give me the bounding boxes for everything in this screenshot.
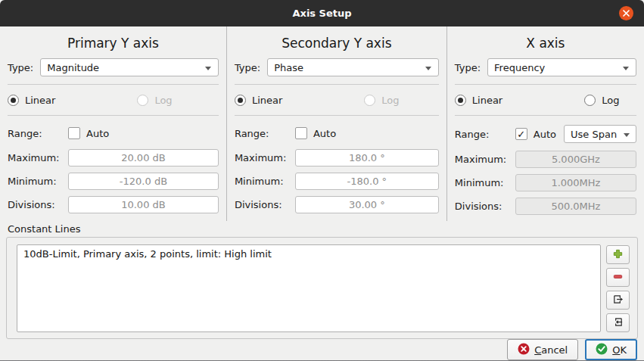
add-line-button[interactable]: [606, 245, 630, 264]
titlebar: Axis Setup: [0, 0, 644, 26]
radio-disabled-icon: [364, 95, 375, 106]
import-lines-button[interactable]: [606, 313, 630, 332]
secondary-y-axis-section: Secondary Y axis Type: Phase Linear Log: [227, 26, 447, 221]
x-maximum-value: 5.000GHz: [552, 154, 600, 165]
axis-setup-dialog: Axis Setup Primary Y axis Type: Magnitud…: [0, 0, 644, 361]
auto-label: Auto: [86, 128, 109, 139]
chevron-down-icon: [205, 67, 211, 70]
secondary-maximum-value: 180.0 °: [349, 152, 385, 163]
type-label: Type:: [455, 62, 481, 73]
radio-disabled-icon: [137, 95, 148, 106]
checkmark-icon: ✓: [517, 129, 525, 139]
cancel-button-label: Cancel: [534, 344, 568, 356]
primary-auto-checkbox[interactable]: [68, 127, 80, 139]
span-mode-value: Use Span: [571, 129, 617, 140]
ok-icon: [596, 343, 608, 357]
import-icon: [612, 316, 624, 330]
plus-icon: [612, 248, 624, 262]
axis-columns: Primary Y axis Type: Magnitude Linear Lo…: [0, 26, 644, 221]
maximum-label: Maximum:: [235, 152, 295, 163]
secondary-type-value: Phase: [274, 62, 303, 73]
cancel-icon: [518, 343, 530, 357]
x-minimum-input: 1.000MHz: [515, 174, 636, 191]
secondary-minimum-value: -180.0 °: [347, 176, 387, 187]
x-linear-radio[interactable]: Linear: [455, 95, 502, 106]
radio-unchecked-icon: [584, 95, 596, 106]
constant-lines-buttons: [602, 244, 633, 332]
secondary-divisions-input[interactable]: 30.00 °: [295, 196, 439, 213]
minimum-label: Minimum:: [235, 176, 295, 187]
primary-divisions-input[interactable]: 10.00 dB: [68, 196, 219, 213]
x-log-radio[interactable]: Log: [584, 95, 619, 106]
primary-minimum-value: -120.0 dB: [120, 176, 167, 187]
chevron-down-icon: [624, 133, 630, 137]
divisions-label: Divisions:: [455, 201, 515, 212]
primary-y-axis-header: Primary Y axis: [8, 36, 219, 51]
auto-label: Auto: [313, 128, 336, 139]
x-axis-header: X axis: [455, 36, 636, 51]
range-label: Range:: [235, 128, 295, 139]
minimum-label: Minimum:: [455, 177, 515, 188]
chevron-down-icon: [623, 67, 629, 70]
x-type-value: Frequency: [494, 62, 545, 73]
export-lines-button[interactable]: [606, 291, 630, 310]
primary-maximum-value: 20.00 dB: [121, 152, 166, 163]
x-auto-checkbox[interactable]: ✓: [515, 128, 527, 140]
radio-checked-icon: [455, 95, 466, 106]
close-button[interactable]: [619, 6, 633, 20]
cancel-button[interactable]: Cancel: [507, 339, 578, 360]
secondary-maximum-input[interactable]: 180.0 °: [295, 149, 439, 166]
x-axis-section: X axis Type: Frequency Linear Log: [447, 26, 644, 221]
x-maximum-input: 5.000GHz: [515, 151, 636, 168]
list-item[interactable]: 10dB-Limit, Primary axis, 2 points, limi…: [23, 248, 594, 260]
dialog-footer: Cancel OK: [0, 339, 644, 360]
ok-button[interactable]: OK: [585, 339, 637, 360]
log-label: Log: [602, 95, 619, 106]
linear-label: Linear: [252, 95, 282, 106]
secondary-y-axis-header: Secondary Y axis: [235, 36, 439, 51]
primary-minimum-input[interactable]: -120.0 dB: [68, 173, 219, 190]
secondary-divisions-value: 30.00 °: [349, 199, 385, 210]
primary-y-axis-section: Primary Y axis Type: Magnitude Linear Lo…: [0, 26, 227, 221]
primary-divisions-value: 10.00 dB: [121, 199, 166, 210]
linear-label: Linear: [25, 95, 55, 106]
remove-line-button[interactable]: [606, 268, 630, 287]
window-title: Axis Setup: [292, 8, 351, 19]
x-divisions-input: 500.0MHz: [515, 198, 636, 215]
x-divisions-value: 500.0MHz: [551, 201, 600, 212]
secondary-type-select[interactable]: Phase: [267, 58, 439, 76]
constant-lines-groupbox: 10dB-Limit, Primary axis, 2 points, limi…: [6, 237, 638, 339]
x-minimum-value: 1.000MHz: [551, 177, 600, 188]
primary-linear-radio[interactable]: Linear: [8, 95, 55, 106]
span-mode-select[interactable]: Use Span: [564, 125, 636, 143]
maximum-label: Maximum:: [8, 152, 68, 163]
minimum-label: Minimum:: [8, 176, 68, 187]
constant-lines-list[interactable]: 10dB-Limit, Primary axis, 2 points, limi…: [17, 244, 601, 332]
linear-label: Linear: [472, 95, 502, 106]
close-icon: [622, 9, 630, 17]
radio-checked-icon: [8, 95, 19, 106]
secondary-linear-radio[interactable]: Linear: [235, 95, 282, 106]
auto-label: Auto: [534, 129, 556, 140]
range-label: Range:: [8, 128, 68, 139]
minus-icon: [612, 271, 624, 285]
radio-checked-icon: [235, 95, 246, 106]
secondary-log-radio: Log: [364, 95, 399, 106]
divisions-label: Divisions:: [8, 199, 68, 210]
primary-type-value: Magnitude: [47, 62, 99, 73]
log-label: Log: [381, 95, 399, 106]
export-icon: [612, 294, 624, 307]
secondary-minimum-input[interactable]: -180.0 °: [295, 173, 439, 190]
maximum-label: Maximum:: [455, 154, 515, 165]
chevron-down-icon: [425, 67, 431, 70]
divisions-label: Divisions:: [235, 199, 295, 210]
primary-maximum-input[interactable]: 20.00 dB: [68, 149, 219, 166]
secondary-auto-checkbox[interactable]: [295, 127, 307, 139]
primary-log-radio: Log: [137, 95, 172, 106]
type-label: Type:: [8, 62, 33, 73]
type-label: Type:: [235, 62, 260, 73]
x-type-select[interactable]: Frequency: [487, 58, 636, 76]
primary-type-select[interactable]: Magnitude: [40, 58, 219, 76]
range-label: Range:: [455, 129, 515, 140]
constant-lines-label: Constant Lines: [8, 223, 644, 235]
